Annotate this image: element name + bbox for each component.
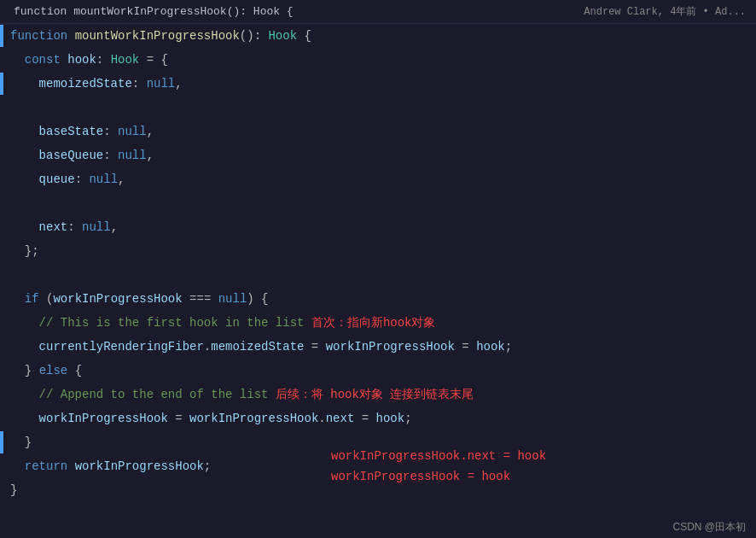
code-line: next: null, <box>0 215 756 239</box>
code-line: const hook: Hook = { <box>0 48 756 72</box>
token-prop: baseQueue <box>39 149 104 162</box>
token-punct: ) { <box>247 292 268 306</box>
token-punct: } <box>25 364 39 377</box>
token-kw: return <box>25 459 75 473</box>
token-prop: queue <box>39 173 75 186</box>
token-punct: { <box>67 364 82 377</box>
token-type: Hook <box>111 53 140 67</box>
token-punct: = <box>455 340 476 354</box>
code-line: } else { <box>0 359 756 383</box>
code-line: baseState: null, <box>0 120 756 143</box>
header-bar: function mountWorkInProgressHook(): Hook… <box>0 0 756 24</box>
token-val-null: null <box>147 77 176 91</box>
token-param: workInProgressHook <box>326 340 455 354</box>
token-punct: : <box>96 53 111 67</box>
code-line <box>0 263 756 287</box>
line-text: }; <box>3 240 756 262</box>
token-prop: hook <box>67 53 96 67</box>
line-text: workInProgressHook = workInProgressHook.… <box>3 407 756 430</box>
token-plain <box>10 436 25 449</box>
token-plain <box>10 316 39 330</box>
token-punct: ; <box>404 412 411 425</box>
token-kw: function <box>10 29 75 43</box>
code-line: }; <box>0 239 756 263</box>
code-container: function mountWorkInProgressHook(): Hook… <box>0 0 756 538</box>
token-punct: ; <box>505 340 512 354</box>
annotation-box: workInProgressHook.next = hook workInPro… <box>331 446 546 487</box>
token-comment: // This is the first hook in the list <box>39 316 311 330</box>
token-punct: : <box>132 77 147 91</box>
line-text <box>3 264 756 286</box>
code-line: // Append to the end of the list 后续：将 ho… <box>0 383 756 406</box>
token-prop: memoizedState <box>39 77 132 91</box>
token-param: workInProgressHook <box>189 412 318 425</box>
annotation-line2: workInProgressHook = hook <box>331 466 546 487</box>
token-val-null: null <box>82 220 111 234</box>
token-fn: mountWorkInProgressHook <box>75 29 240 43</box>
footer-bar: CSDN @田本初 <box>662 517 756 538</box>
line-text: if (workInProgressHook === null) { <box>3 288 756 310</box>
token-punct: (): <box>240 29 269 43</box>
header-meta: Andrew Clark, 4年前 • Ad... <box>584 4 746 19</box>
code-line: workInProgressHook = workInProgressHook.… <box>0 406 756 430</box>
token-kw: else <box>39 364 68 377</box>
token-kw: if <box>25 292 39 306</box>
header-title: function mountWorkInProgressHook(): Hook… <box>14 5 294 18</box>
token-param: hook <box>476 340 505 354</box>
line-text: baseState: null, <box>3 120 756 143</box>
token-cn-red: 后续：将 hook对象 连接到链表末尾 <box>276 388 474 401</box>
token-plain <box>10 340 39 354</box>
token-punct: === <box>183 292 218 306</box>
token-cn-red: 首次：指向新hook对象 <box>311 316 436 330</box>
token-punct: , <box>147 125 154 138</box>
token-punct: } <box>10 483 17 497</box>
token-punct: = <box>354 412 375 425</box>
token-punct: , <box>175 77 182 91</box>
token-plain <box>10 125 39 138</box>
token-plain <box>10 244 25 258</box>
token-plain <box>10 459 25 473</box>
token-punct: } <box>25 436 32 449</box>
token-punct: ; <box>204 459 211 473</box>
token-param: currentlyRenderingFiber <box>39 340 204 354</box>
code-line: queue: null, <box>0 167 756 191</box>
token-prop: baseState <box>39 125 104 138</box>
token-val-null: null <box>118 125 147 138</box>
token-prop: memoizedState <box>211 340 304 354</box>
token-punct: . <box>318 412 325 425</box>
line-text: baseQueue: null, <box>3 144 756 167</box>
token-punct: , <box>111 220 118 234</box>
line-text: next: null, <box>3 216 756 238</box>
code-line <box>0 191 756 215</box>
token-plain <box>10 388 39 401</box>
token-punct: , <box>147 149 154 162</box>
line-text: const hook: Hook = { <box>3 49 756 71</box>
token-val-null: null <box>218 292 247 306</box>
token-comment: // Append to the end of the list <box>39 388 276 401</box>
token-punct: { <box>297 29 311 43</box>
annotation-line1: workInProgressHook.next = hook <box>331 446 546 466</box>
line-text: } else { <box>3 360 756 382</box>
token-plain <box>10 77 39 91</box>
token-punct: ( <box>39 292 54 306</box>
line-text <box>3 192 756 214</box>
token-punct: = { <box>139 53 168 67</box>
token-plain <box>10 364 25 377</box>
token-punct: = <box>168 412 189 425</box>
line-text: currentlyRenderingFiber.memoizedState = … <box>3 336 756 358</box>
code-line: baseQueue: null, <box>0 143 756 167</box>
line-text <box>3 96 756 119</box>
token-val-null: null <box>89 173 118 186</box>
token-punct: , <box>118 173 125 186</box>
token-param: workInProgressHook <box>39 412 168 425</box>
token-punct: : <box>67 220 82 234</box>
code-line: currentlyRenderingFiber.memoizedState = … <box>0 335 756 359</box>
token-param: workInProgressHook <box>75 459 204 473</box>
token-plain <box>10 53 25 67</box>
token-punct: }; <box>25 244 39 258</box>
line-text: function mountWorkInProgressHook(): Hook… <box>3 25 756 47</box>
token-type: Hook <box>268 29 297 43</box>
code-line: function mountWorkInProgressHook(): Hook… <box>0 24 756 48</box>
token-val-null: null <box>118 149 147 162</box>
footer-label: CSDN @田本初 <box>672 521 746 533</box>
